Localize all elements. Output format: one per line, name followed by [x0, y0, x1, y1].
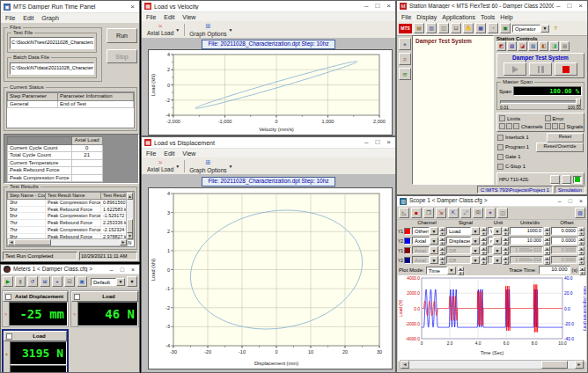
manual-cmd-icon[interactable]: ◪: [518, 41, 527, 51]
save-button[interactable]: ▥: [426, 23, 437, 33]
menu-item-edit[interactable]: Edit: [164, 150, 174, 157]
slider-thumb[interactable]: [576, 99, 581, 106]
unit-select-spinner[interactable]: ▲▼: [503, 227, 509, 235]
channel-select-spinner[interactable]: ▲▼: [439, 237, 445, 245]
unit-select[interactable]: ▼: [488, 246, 502, 254]
station-setup-button[interactable]: ⌖: [399, 38, 411, 50]
trace-time-field[interactable]: 10.000: [539, 266, 570, 274]
signal-select-spinner[interactable]: ▲▼: [481, 237, 487, 245]
program-stop-button[interactable]: [555, 62, 577, 76]
cursor-menu-button[interactable]: ◺: [399, 208, 409, 218]
signal-select[interactable]: Load▼: [446, 227, 480, 235]
trace-color-swatch[interactable]: [404, 247, 411, 254]
scope-hscrollbar[interactable]: ◄ ►: [400, 360, 584, 369]
trace-edit-button[interactable]: ▨: [575, 208, 585, 218]
menu-item-file[interactable]: File: [401, 14, 411, 20]
menu-item-edit[interactable]: Edit: [23, 15, 33, 21]
menu-item-graph[interactable]: Graph: [41, 15, 58, 21]
maximize-icon[interactable]: □: [375, 3, 379, 10]
run-button[interactable]: Run: [107, 28, 137, 43]
menu-item-display[interactable]: Display: [416, 14, 437, 20]
offset-field-spinner[interactable]: ▲▼: [578, 256, 584, 264]
offset-field-spinner[interactable]: ▲▼: [578, 237, 584, 245]
trace-time-spinner[interactable]: ▲▼: [579, 267, 585, 274]
units-div-field[interactable]: 10.000: [510, 237, 543, 245]
reset-controls-icon[interactable]: ◩: [496, 41, 506, 51]
menu-item-file[interactable]: File: [5, 15, 15, 21]
meter-extra-dropdown[interactable]: ▾: [127, 276, 137, 287]
axial-load-button[interactable]: ≈ Axial Load▼: [144, 22, 182, 37]
signal-select[interactable]: Off▼: [446, 246, 480, 254]
meters-tool-button[interactable]: ≋: [399, 68, 411, 80]
signal-select[interactable]: Displacement▼: [446, 237, 480, 245]
stop-button[interactable]: Stop: [107, 49, 137, 63]
unit-select[interactable]: mm▼: [488, 237, 502, 245]
maximize-icon[interactable]: □: [121, 267, 124, 273]
close-icon[interactable]: ×: [579, 198, 583, 204]
cursors-button[interactable]: (0): [473, 208, 483, 218]
offset-field[interactable]: 0.0000: [551, 256, 577, 264]
hpu-low-button[interactable]: [550, 175, 560, 184]
preview-button[interactable]: ⊡: [451, 23, 461, 33]
close-icon[interactable]: ×: [386, 139, 391, 146]
menu-item-view[interactable]: View: [182, 14, 195, 20]
clock-button[interactable]: ◔: [488, 23, 498, 33]
channel-select[interactable]: Others▼: [412, 227, 438, 235]
signal-picker-button[interactable]: ✦: [485, 208, 496, 218]
minimize-icon[interactable]: –: [558, 198, 562, 204]
station-signals-button[interactable]: ⌗: [399, 53, 411, 65]
units-div-field-spinner[interactable]: ▲▼: [544, 246, 550, 254]
test-file-field[interactable]: C:\Stock\N7\test\20211028_Characterizati…: [10, 37, 94, 49]
unzoom-button[interactable]: ⤢: [460, 208, 471, 218]
access-level-select[interactable]: Operator▼: [512, 25, 549, 33]
trace-color-swatch[interactable]: [404, 238, 411, 245]
hand-station-button[interactable]: ✋: [463, 23, 474, 33]
interlock-reset-button[interactable]: Reset: [547, 133, 584, 143]
meter-checkbox[interactable]: [74, 294, 80, 300]
menu-item-help[interactable]: Help: [500, 14, 512, 20]
program-reset-override-button[interactable]: Reset/Override: [536, 143, 584, 152]
menu-item-file[interactable]: File: [146, 14, 156, 20]
maximize-icon[interactable]: □: [375, 139, 379, 146]
units-div-field-spinner[interactable]: ▲▼: [544, 237, 550, 245]
settings-icon[interactable]: ▤: [560, 41, 570, 51]
axial-load-button[interactable]: ≈ Axial Load▼: [144, 158, 182, 173]
print-button[interactable]: ◫: [438, 23, 449, 33]
results-vscrollbar[interactable]: ▲ ▼: [126, 192, 134, 240]
channel-select-spinner[interactable]: ▲▼: [439, 227, 445, 235]
plot-mode-select[interactable]: Time▼: [426, 267, 456, 274]
close-icon[interactable]: ×: [130, 4, 135, 11]
channel-select[interactable]: Axial▼: [412, 246, 438, 254]
power-icon[interactable]: ▨: [507, 41, 517, 51]
close-icon[interactable]: ×: [578, 3, 583, 10]
reset-peaks-button[interactable]: ↺: [27, 276, 38, 287]
minimize-icon[interactable]: –: [556, 3, 560, 10]
offset-field[interactable]: 0.0000: [551, 237, 577, 245]
plot-mode-spinner[interactable]: ▲▼: [458, 267, 464, 274]
hpu-high-button[interactable]: [562, 175, 571, 184]
menu-item-view[interactable]: View: [182, 150, 195, 157]
offset-field-spinner[interactable]: ▲▼: [578, 227, 584, 235]
units-div-field-spinner[interactable]: ▲▼: [544, 256, 550, 264]
meter-preset-select[interactable]: Default▼: [91, 278, 125, 286]
maximize-icon[interactable]: □: [569, 198, 572, 204]
help-icon[interactable]: ?: [551, 24, 560, 33]
snapshot-button[interactable]: ▣: [500, 23, 511, 33]
menu-item-edit[interactable]: Edit: [164, 14, 174, 20]
meter-checkbox[interactable]: [5, 294, 11, 300]
units-div-field[interactable]: 1000.0: [510, 227, 543, 235]
signal-select-spinner[interactable]: ▲▼: [481, 256, 487, 264]
hold-button[interactable]: ▮: [15, 276, 26, 287]
batch-file-field[interactable]: C:\Stock\N7\data\20211028_Characterizati…: [10, 62, 94, 75]
print-button[interactable]: ◫: [497, 208, 508, 218]
unit-select-spinner[interactable]: ▲▼: [503, 246, 509, 254]
stop-button[interactable]: ■: [411, 208, 422, 218]
add-meter-button[interactable]: +: [52, 276, 62, 287]
meter-panel-load[interactable]: Load≈46 N: [70, 290, 139, 327]
signal-select[interactable]: Off▼: [446, 256, 480, 264]
close-icon[interactable]: ×: [131, 267, 135, 273]
meter-panel-load[interactable]: Load▲3195 N▼-3094 N: [2, 329, 69, 373]
meter-panel-axial-displacement[interactable]: Axial Displacement≈-25 mm: [2, 290, 69, 327]
trace-color-swatch[interactable]: [404, 257, 411, 264]
readouts-icon[interactable]: ◨: [549, 41, 559, 51]
